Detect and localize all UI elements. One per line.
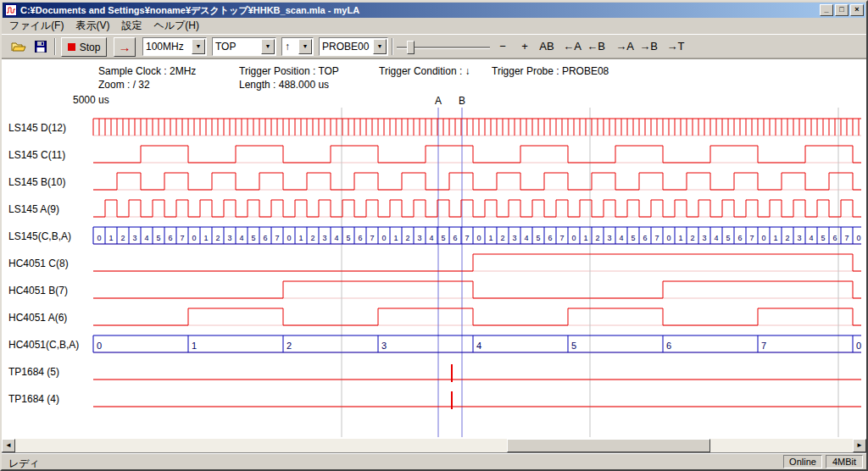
- goto-marker-b-back-button[interactable]: ←B: [585, 37, 607, 56]
- bus-value: 3: [797, 234, 801, 242]
- trigger-edge-combo[interactable]: ↑ ▼: [281, 37, 314, 56]
- toolbar-separator: [392, 38, 393, 55]
- window-controls: _ □ ×: [818, 4, 864, 16]
- goto-marker-a-fwd-button[interactable]: →A: [614, 37, 636, 56]
- stop-button-label: Stop: [80, 42, 101, 53]
- close-button[interactable]: ×: [850, 4, 864, 16]
- chevron-down-icon[interactable]: ▼: [192, 39, 205, 54]
- bus-value: 6: [737, 234, 742, 242]
- waveform-1: [93, 146, 861, 163]
- bus-value: 0: [856, 234, 860, 242]
- scrollbar-thumb[interactable]: [507, 439, 710, 452]
- goto-trigger-button[interactable]: →T: [665, 37, 687, 56]
- bus-value: 4: [334, 234, 338, 242]
- trigger-position-combo-value: TOP: [215, 40, 236, 53]
- waveform-3: [93, 200, 861, 217]
- bus-value: 1: [192, 341, 197, 351]
- title-bar[interactable]: C:¥Documents and Settings¥noname¥デスクトップ¥…: [3, 3, 865, 18]
- bus-value: 0: [571, 234, 576, 242]
- bus-value: 6: [263, 234, 267, 242]
- menu-help[interactable]: ヘルプ(H): [147, 17, 205, 35]
- bus-value: 0: [856, 341, 861, 351]
- bus-value: 2: [287, 341, 292, 351]
- bus-value: 2: [500, 234, 504, 242]
- scroll-right-button[interactable]: ►: [853, 439, 866, 452]
- bus-value: 4: [476, 341, 481, 351]
- bus-value: 7: [559, 234, 564, 242]
- bus-value: 0: [666, 234, 670, 242]
- status-bar: レディ Online 4MBit: [2, 452, 866, 469]
- waveform-7: [93, 308, 861, 325]
- maximize-button[interactable]: □: [835, 4, 849, 16]
- zoom-out-button[interactable]: −: [493, 37, 512, 56]
- bus-value: 7: [370, 234, 374, 242]
- stop-icon: [68, 43, 75, 51]
- bus-value: 0: [761, 234, 765, 242]
- horizontal-scrollbar[interactable]: ◄ ►: [2, 439, 866, 452]
- bus-value: 6: [453, 234, 457, 242]
- bus-value: 3: [417, 234, 421, 242]
- window-title: C:¥Documents and Settings¥noname¥デスクトップ¥…: [20, 4, 359, 17]
- bus-value: 1: [773, 234, 777, 242]
- chevron-down-icon[interactable]: ▼: [261, 39, 275, 54]
- bus-value: 6: [666, 341, 671, 351]
- status-ready-text: レディ: [8, 457, 40, 471]
- bus-value: 7: [465, 234, 469, 242]
- bus-value: 3: [132, 234, 136, 242]
- bus-value: 1: [108, 234, 113, 242]
- trigger-position-combo[interactable]: TOP ▼: [212, 37, 276, 56]
- bus-value: 1: [583, 234, 587, 242]
- goto-marker-b-fwd-button[interactable]: →B: [637, 37, 659, 56]
- zoom-slider-thumb[interactable]: [407, 41, 415, 54]
- zoom-in-button[interactable]: +: [515, 37, 534, 56]
- menu-view[interactable]: 表示(V): [70, 17, 115, 35]
- sample-clock-combo[interactable]: 100MHz ▼: [142, 37, 207, 56]
- open-file-button[interactable]: [8, 37, 29, 56]
- trigger-edge-combo-value: ↑: [285, 40, 290, 53]
- ab-button[interactable]: AB: [536, 37, 558, 56]
- bus-value: 6: [643, 234, 647, 242]
- toolbar-separator: [54, 38, 56, 55]
- chevron-down-icon[interactable]: ▼: [373, 39, 387, 54]
- menu-settings[interactable]: 設定: [115, 17, 147, 35]
- bus-value: 5: [726, 234, 730, 242]
- bus-value: 7: [844, 234, 849, 242]
- menu-file[interactable]: ファイル(F): [3, 17, 70, 35]
- scrollbar-track[interactable]: [15, 439, 853, 452]
- goto-marker-a-back-button[interactable]: ←A: [561, 37, 583, 56]
- bus-value: 2: [120, 234, 125, 242]
- chevron-down-icon[interactable]: ▼: [298, 39, 312, 54]
- bus-value: 6: [832, 234, 837, 242]
- bus-value: 0: [476, 234, 481, 242]
- bus-value: 1: [393, 234, 398, 242]
- bus-value: 1: [298, 234, 303, 242]
- bus-value: 4: [239, 234, 243, 242]
- bus-value: 3: [512, 234, 516, 242]
- waveform-canvas: AB01234567012345670123456701234567012345…: [2, 58, 866, 439]
- stop-button[interactable]: Stop: [61, 37, 107, 57]
- run-button[interactable]: →: [114, 37, 136, 57]
- trigger-probe-combo[interactable]: PROBE00 ▼: [319, 37, 388, 56]
- bus-value: 6: [548, 234, 552, 242]
- save-file-button[interactable]: [31, 37, 51, 56]
- bus-value: 5: [631, 234, 635, 242]
- bus-value: 7: [654, 234, 659, 242]
- bus-value: 1: [203, 234, 208, 242]
- status-online-badge: Online: [783, 455, 822, 468]
- scroll-left-button[interactable]: ◄: [2, 439, 15, 452]
- bus-value: 5: [571, 341, 576, 351]
- bus-value: 7: [275, 234, 279, 242]
- bus-value: 3: [322, 234, 326, 242]
- sample-clock-combo-value: 100MHz: [146, 40, 184, 53]
- bus-value: 0: [381, 234, 386, 242]
- bus-value: 4: [524, 234, 528, 242]
- bus-value: 7: [761, 341, 766, 351]
- app-window: C:¥Documents and Settings¥noname¥デスクトップ¥…: [0, 0, 868, 471]
- bus-value: 5: [156, 234, 160, 242]
- bus-value: 5: [251, 234, 255, 242]
- minimize-button[interactable]: _: [820, 4, 833, 16]
- bus-value: 2: [310, 234, 314, 242]
- bus-value: 5: [821, 234, 825, 242]
- bus-value: 1: [678, 234, 682, 242]
- bus-value: 5: [536, 234, 540, 242]
